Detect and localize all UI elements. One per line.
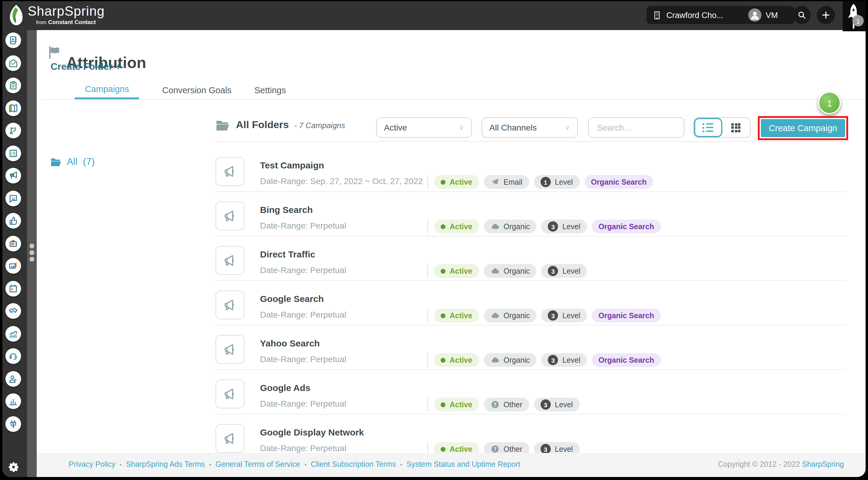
channel-label: Email [503,178,523,186]
email-icon [8,58,18,68]
copyright-sharpspring-link[interactable]: SharpSpring [802,460,844,469]
tab-bar: Campaigns Conversion Goals Settings [75,80,286,100]
tab-campaigns[interactable]: Campaigns [75,80,140,100]
sidebar-item-forms[interactable] [5,78,21,93]
copyright: Copyright © 2012 - 2022 SharpSpring [718,460,844,469]
paper-plane-icon [490,177,499,186]
campaign-badges: ActiveOrganic3Level [434,264,587,278]
status-label: Active [450,178,472,186]
chevron-down-icon: ∨ [459,123,464,132]
sidebar-nav [2,30,27,477]
brand-tagline: Constant Contact [48,19,96,25]
sidebar-item-reports[interactable] [5,393,21,409]
grid-view-button[interactable] [722,118,750,137]
create-folder-link[interactable]: Create Folder + [51,61,121,72]
global-search-button[interactable] [793,6,811,24]
megaphone-icon [216,246,244,275]
footer-link[interactable]: SharpSpring Ads Terms [126,460,205,469]
campaign-badges: ActiveOrganic3LevelOrganic Search [434,353,661,367]
sidebar-item-lists[interactable] [5,145,21,161]
sidebar-item-campaigns[interactable] [5,168,21,183]
level-badge: 3Level [534,398,580,411]
attribution-flag-icon [48,45,61,60]
quick-add-button[interactable] [817,6,835,24]
sidebar-item-reviews[interactable] [5,213,21,229]
panel-resize-handle[interactable] [27,30,37,477]
sidebar-item-support[interactable] [5,348,21,364]
sidebar-item-social[interactable] [5,191,21,206]
tab-conversion-goals[interactable]: Conversion Goals [162,80,232,100]
sidebar-item-email[interactable] [5,55,21,71]
level-label: Level [562,356,581,364]
drag-dot [30,257,34,262]
content-icon [8,103,18,113]
channel-filter-select[interactable]: All Channels ∨ [482,117,578,138]
sidebar-item-all-folder[interactable]: All (7) [51,157,95,167]
campaign-row[interactable]: Google SearchDate-Range: PerpetualActive… [216,281,846,325]
channel-badge: Organic [484,309,537,322]
level-number: 1 [540,177,551,187]
channel-badge: ?Other [484,398,529,411]
level-number: 3 [540,400,551,410]
campaign-row[interactable]: Test CampaignDate-Range: Sep. 27, 2022 ~… [216,147,846,192]
sidebar-item-leads[interactable] [5,371,21,386]
channel-badge: Organic [484,264,537,278]
sidebar-item-media[interactable] [5,236,21,251]
sidebar-item-gallery[interactable] [5,258,21,274]
list-view-button[interactable] [694,118,722,137]
megaphone-icon [216,380,244,408]
level-label: Level [555,178,573,186]
campaign-row[interactable]: Yahoo SearchDate-Range: PerpetualActiveO… [216,325,846,370]
create-campaign-button[interactable]: Create Campaign [761,119,845,137]
footer-link[interactable]: Client Subscription Terms [311,460,396,469]
campaign-name: Bing Search [260,205,313,215]
campaign-row[interactable]: Google Display NetworkDate-Range: Perpet… [216,414,846,459]
campaign-date-range: Date-Range: Perpetual [260,265,346,275]
campaign-row[interactable]: Bing SearchDate-Range: PerpetualActiveOr… [216,192,846,236]
level-number: 3 [548,221,558,232]
status-filter-select[interactable]: Active ∨ [376,117,472,138]
footer-link[interactable]: Privacy Policy [69,460,116,469]
brand-name: SharpSpring [28,4,105,19]
folder-open-icon [216,119,230,131]
building-icon [652,10,661,20]
settings-gear-icon[interactable] [7,461,20,473]
sidebar-item-calendar[interactable] [5,281,21,296]
user-menu-button[interactable]: VM [745,6,795,24]
account-switcher-button[interactable]: Crawford Cho... [647,6,749,24]
footer-link[interactable]: General Terms of Service [216,460,300,469]
megaphone-icon [216,424,244,453]
search-input[interactable] [596,122,707,133]
sidebar-item-automation[interactable] [5,123,21,138]
status-filter-value: Active [384,123,407,132]
campaign-badges: ActiveOrganic3LevelOrganic Search [434,309,661,322]
brand-tagline-prefix: from [36,19,46,25]
question-icon: ? [490,445,499,453]
status-label: Active [450,311,472,320]
sidebar-item-contacts[interactable] [5,32,21,48]
sales-icon [8,306,18,316]
footer-link[interactable]: System Status and Uptime Report [407,460,520,469]
campaign-row[interactable]: Direct TrafficDate-Range: PerpetualActiv… [216,236,846,281]
folder-icon [51,157,61,166]
sidebar-item-content[interactable] [5,100,21,116]
view-toggle [693,117,751,138]
footer-link-separator: • [120,461,122,468]
level-label: Level [555,400,573,409]
tab-settings[interactable]: Settings [254,80,286,100]
sidebar-item-analytics[interactable] [5,326,21,341]
channel-badge: Email [484,175,529,189]
status-label: Active [450,222,472,231]
badge-divider [427,309,428,322]
brand-logo[interactable]: SharpSpring fromConstant Contact [8,4,105,27]
sidebar-item-integrations[interactable] [5,416,21,432]
plus-icon [821,10,831,20]
campaign-row[interactable]: Google AdsDate-Range: PerpetualActive?Ot… [216,370,846,414]
list-view-icon [703,123,714,132]
media-icon [8,239,18,248]
user-initials: VM [766,10,778,20]
badge-divider [427,219,428,233]
forms-icon [8,80,18,90]
sidebar-item-sales[interactable] [5,303,21,319]
reports-icon [8,397,18,406]
